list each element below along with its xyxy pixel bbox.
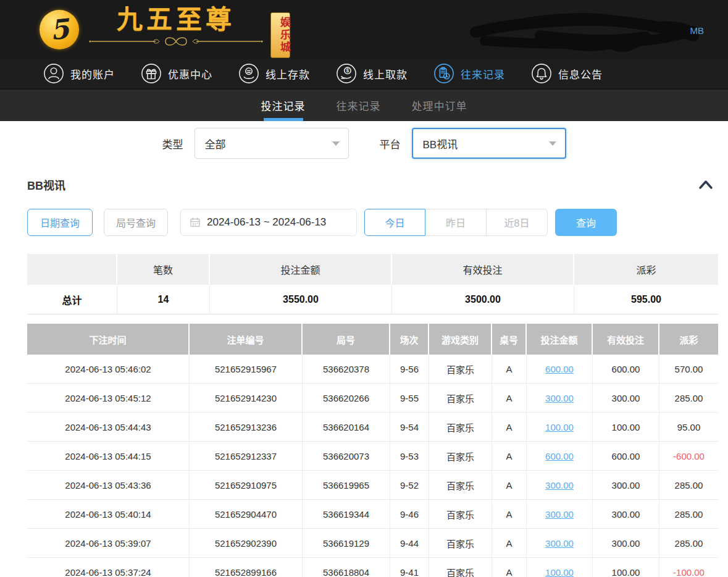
table-row: 2024-06-13 05:44:43 521652913236 5366201… [27,413,718,442]
table-no-cell: A [492,471,527,500]
bet-table-header-row: 下注时间 注单编号 局号 场次 游戏类别 桌号 投注金额 有效投注 派彩 [27,324,718,355]
bet-amount-link[interactable]: 100.00 [545,567,574,577]
summary-valid-bet-value: 3500.00 [392,285,574,314]
tab-label: 往来记录 [337,98,381,113]
platform-filter-label: 平台 [380,136,401,151]
bet-time-cell: 2024-06-13 05:43:36 [27,471,190,500]
chevron-down-icon [549,141,556,146]
col-header-round-id: 局号 [303,324,390,355]
collapse-section-button[interactable] [698,179,713,190]
bet-table-body: 2024-06-13 05:46:02 521652915967 5366203… [27,355,718,577]
bet-amount-link[interactable]: 300.00 [545,538,574,549]
date-range-input[interactable]: 2024-06-13 ~ 2024-06-13 [180,209,357,236]
bet-amount-cell: 300.00 [527,529,593,558]
chevron-up-icon [698,179,713,190]
main-nav: 我的账户 优惠中心 线上存款 $ 线上取款 往 [0,59,728,90]
session-cell: 9-52 [390,471,429,500]
bet-amount-cell: 100.00 [527,558,593,577]
tab-bet-records[interactable]: 投注记录 [260,90,307,121]
currency-label: MB [690,25,705,36]
payout-cell: 570.00 [659,355,718,384]
bet-id-cell: 521652913236 [190,413,303,442]
date-query-button[interactable]: 日期查询 [27,209,93,236]
deposit-icon [238,63,259,84]
session-cell: 9-46 [390,500,429,529]
bet-id-cell: 521652914230 [190,384,303,413]
nav-item-transaction-records[interactable]: 往来记录 [433,63,505,84]
summary-header-row: 笔数 投注金额 有效投注 派彩 [27,254,718,285]
valid-bet-cell: 300.00 [593,529,659,558]
col-header-bet-id: 注单编号 [190,324,303,355]
platform-select[interactable]: BB视讯 [412,128,566,159]
summary-count-value: 14 [117,285,210,314]
bet-id-cell: 521652912337 [190,442,303,471]
round-query-button[interactable]: 局号查询 [104,209,168,236]
round-id-cell: 536620378 [303,355,390,384]
bet-amount-link[interactable]: 300.00 [545,393,574,403]
search-button[interactable]: 查询 [555,209,617,236]
bet-time-cell: 2024-06-13 05:40:14 [27,500,190,529]
round-id-cell: 536620073 [303,442,390,471]
payout-cell: -100.00 [659,558,718,577]
table-row: 2024-06-13 05:43:36 521652910975 5366199… [27,471,718,500]
nav-label: 线上取款 [363,66,408,82]
valid-bet-cell: 600.00 [593,355,659,384]
bet-time-cell: 2024-06-13 05:37:24 [27,558,190,577]
user-icon [43,63,64,84]
game-type-cell: 百家乐 [429,558,492,577]
table-row: 2024-06-13 05:46:02 521652915967 5366203… [27,355,718,384]
game-type-cell: 百家乐 [429,471,492,500]
valid-bet-cell: 100.00 [593,413,659,442]
filter-row: 类型 全部 平台 BB视讯 [0,128,728,159]
col-header-session: 场次 [390,324,429,355]
section-title: BB视讯 [27,177,65,193]
nav-label: 我的账户 [70,66,115,82]
summary-total-label: 总计 [27,285,117,314]
bet-amount-link[interactable]: 100.00 [545,422,574,432]
nav-item-deposit[interactable]: 线上存款 [238,63,310,84]
valid-bet-cell: 300.00 [593,471,659,500]
table-no-cell: A [492,558,527,577]
today-button[interactable]: 今日 [364,209,425,236]
session-cell: 9-44 [390,529,429,558]
platform-select-value: BB视讯 [423,136,458,151]
tab-bar: 投注记录 往来记录 处理中订单 [0,90,728,121]
type-select[interactable]: 全部 [195,128,349,159]
bet-amount-link[interactable]: 300.00 [545,509,574,520]
bet-amount-link[interactable]: 300.00 [545,480,574,491]
nav-item-announcements[interactable]: 信息公告 [531,63,603,84]
nav-item-my-account[interactable]: 我的账户 [43,63,115,84]
active-tab-underline [264,118,303,121]
redaction-scribble [466,9,701,53]
round-id-cell: 536619965 [303,471,390,500]
table-no-cell: A [492,413,527,442]
summary-header-count: 笔数 [117,254,210,285]
logo-badge: 娱乐城 [270,12,290,58]
tab-transaction-records[interactable]: 往来记录 [335,90,382,121]
bet-amount-link[interactable]: 600.00 [545,451,574,461]
bet-time-cell: 2024-06-13 05:44:43 [27,413,190,442]
payout-cell: -600.00 [659,442,718,471]
table-row: 2024-06-13 05:39:07 521652902390 5366191… [27,529,718,558]
col-header-valid-bet: 有效投注 [593,324,659,355]
tab-pending-orders[interactable]: 处理中订单 [411,90,469,121]
bet-time-cell: 2024-06-13 05:39:07 [27,529,190,558]
nav-label: 线上存款 [266,66,310,82]
table-row: 2024-06-13 05:44:15 521652912337 5366200… [27,442,718,471]
nav-item-withdraw[interactable]: $ 线上取款 [336,63,408,84]
summary-table: 笔数 投注金额 有效投注 派彩 总计 14 3550.00 3500.00 59… [27,254,718,314]
yesterday-button[interactable]: 昨日 [425,209,487,236]
bet-amount-cell: 100.00 [527,413,593,442]
session-cell: 9-56 [390,355,429,384]
bet-amount-link[interactable]: 600.00 [545,364,574,374]
calendar-icon [190,217,201,228]
col-header-bet-time: 下注时间 [27,324,190,355]
last-8-days-button[interactable]: 近8日 [487,209,548,236]
summary-header-blank [27,254,117,285]
bet-amount-cell: 600.00 [527,442,593,471]
site-logo[interactable]: 5 九五至尊 娱乐城 [40,5,290,58]
nav-item-promotions[interactable]: 优惠中心 [141,63,212,84]
session-cell: 9-41 [390,558,429,577]
logo-mark: 5 [48,15,70,44]
game-type-cell: 百家乐 [429,355,492,384]
